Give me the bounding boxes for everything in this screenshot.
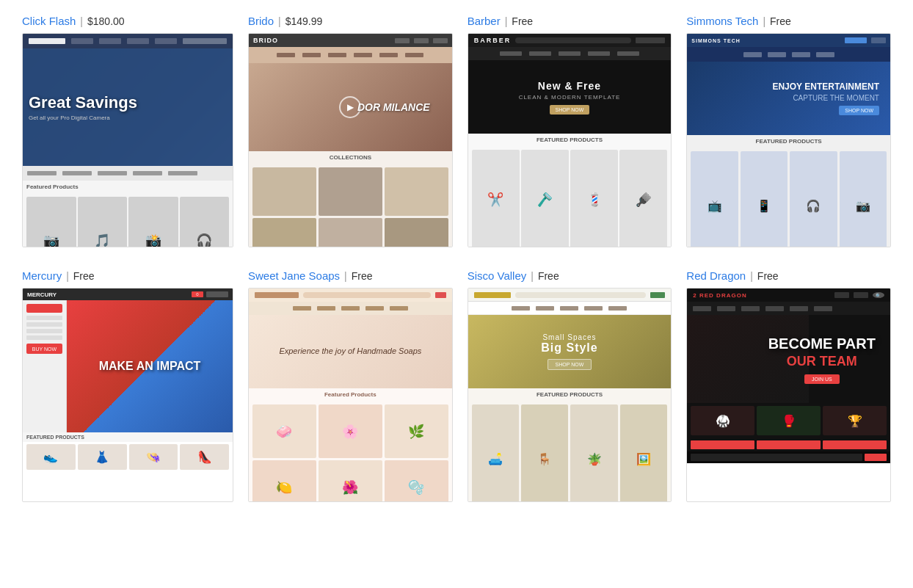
separator-7: | (531, 270, 534, 282)
mercury-products: 👟 👗 👒 👠 (23, 442, 233, 472)
separator-6: | (344, 270, 347, 282)
sj-featured-label: Featured Products (249, 388, 452, 401)
theme-price-simmons: Free (770, 15, 791, 27)
theme-link-barber[interactable]: Barber (468, 15, 501, 27)
theme-link-mercury[interactable]: Mercury (22, 269, 62, 282)
theme-price-reddragon: Free (757, 270, 779, 282)
theme-image-click-flash[interactable]: Great Savings Get all your Pro Digital C… (22, 33, 233, 247)
rd-navbar: 2 RED DRAGON 🔍 (687, 288, 890, 302)
cf-featured-label: Featured Products (23, 181, 233, 193)
barber-hero: New & Free CLEAN & MODERN TEMPLATE SHOP … (468, 60, 672, 134)
card-title-brido: Brido | $149.99 (248, 15, 453, 27)
card-click-flash: Click Flash | $180.00 Great Savings (22, 15, 233, 247)
theme-link-click-flash[interactable]: Click Flash (22, 15, 76, 27)
separator-1: | (80, 15, 83, 27)
card-title-reddragon: Red Dragon | Free (686, 269, 891, 282)
theme-link-reddragon[interactable]: Red Dragon (686, 269, 746, 282)
cf-hero-sub: Get all your Pro Digital Camera (29, 115, 137, 121)
separator-3: | (505, 15, 508, 27)
separator-4: | (763, 15, 765, 27)
rd-newsletter (687, 451, 890, 463)
theme-price-sisco: Free (538, 270, 559, 282)
theme-image-barber[interactable]: BARBER New & Free CLEAN & MODERN TEMPLAT… (468, 33, 672, 247)
sisco-menu (468, 302, 672, 315)
sisco-navbar (468, 288, 672, 302)
card-title-sweetjane: Sweet Jane Soaps | Free (248, 269, 453, 282)
rd-hero: BECOME PART OUR TEAM JOIN US (687, 315, 890, 403)
mercury-topbar: MERCURY 0 (23, 288, 233, 300)
sisco-hero: Small Spaces Big Style SHOP NOW (468, 315, 672, 388)
card-title-mercury: Mercury | Free (22, 269, 233, 282)
barber-navbar: BARBER (468, 34, 672, 47)
separator-5: | (66, 270, 69, 282)
sisco-featured-label: FEATURED PRODUCTS (468, 388, 672, 401)
simmons-featured-label: FEATURED PRODUCTS (687, 135, 890, 148)
brido-navbar: BRIDO (249, 34, 452, 47)
theme-image-simmons[interactable]: SIMMONS TECH ENJOY ENTERTAINMENT CAPTURE… (686, 33, 891, 247)
brido-collections-label: COLLECTIONS (249, 151, 452, 164)
mercury-layout: BUY NOW MAKE AN IMPACT (23, 300, 233, 432)
mercury-featured-label: FEATURED PRODUCTS (23, 432, 233, 442)
themes-grid: Click Flash | $180.00 Great Savings (22, 15, 891, 502)
brido-menu (249, 47, 452, 63)
separator-2: | (278, 15, 281, 27)
theme-image-sisco[interactable]: Small Spaces Big Style SHOP NOW FEATURED… (468, 288, 672, 502)
card-title-sisco: Sisco Valley | Free (468, 269, 672, 282)
card-title-click-flash: Click Flash | $180.00 (22, 15, 233, 27)
brido-hero: DOR MILANCE ▶ (249, 63, 452, 151)
card-title-simmons: Simmons Tech | Free (686, 15, 891, 27)
card-barber: Barber | Free BARBER New & Fr (468, 15, 672, 247)
rd-product-info (687, 438, 890, 451)
theme-image-mercury[interactable]: MERCURY 0 BUY NOW MAKE AN IM (22, 288, 233, 502)
theme-image-reddragon[interactable]: 2 RED DRAGON 🔍 BECOM (686, 288, 891, 502)
theme-link-sisco[interactable]: Sisco Valley (468, 269, 527, 282)
mercury-hero: MAKE AN IMPACT (67, 300, 233, 432)
simmons-products: 📺 📱 🎧 📷 (687, 148, 890, 247)
barber-featured-label: FEATURED PRODUCTS (468, 134, 672, 146)
theme-image-brido[interactable]: BRIDO DOR MILANCE (248, 33, 453, 247)
card-red-dragon: Red Dragon | Free 2 RED DRAGON 🔍 (686, 269, 891, 502)
card-brido: Brido | $149.99 BRIDO (248, 15, 453, 247)
rd-products: 🥋 🥊 🏆 (687, 403, 890, 438)
theme-price-click-flash: $180.00 (87, 15, 125, 27)
sj-navbar (249, 288, 452, 302)
rd-menu (687, 302, 890, 315)
theme-price-mercury: Free (73, 270, 95, 282)
card-simmons-tech: Simmons Tech | Free SIMMONS TECH (686, 15, 891, 247)
theme-price-sweetjane: Free (352, 270, 373, 282)
theme-price-brido: $149.99 (285, 15, 323, 27)
simmons-navbar: SIMMONS TECH (687, 34, 890, 47)
mercury-sidebar: BUY NOW (23, 300, 67, 432)
cf-categories (23, 166, 233, 181)
cf-products: 📷 🎵 📸 🎧 (23, 193, 233, 247)
card-sisco-valley: Sisco Valley | Free Small Sp (468, 269, 672, 502)
barber-categories (468, 47, 672, 60)
simmons-hero: ENJOY ENTERTAINMENT CAPTURE THE MOMENT S… (687, 62, 890, 135)
cf-hero-text: Great Savings (29, 93, 137, 112)
brido-collections (249, 164, 452, 247)
sj-hero: Experience the joy of Handmade Soaps (249, 315, 452, 388)
theme-price-barber: Free (512, 15, 533, 27)
sj-products: 🧼 🌸 🌿 🍋 🌺 🫧 (249, 401, 452, 501)
cf-navbar (23, 34, 233, 48)
theme-link-simmons[interactable]: Simmons Tech (686, 15, 758, 27)
barber-products: ✂️ 🪒 💈 🪮 (468, 146, 672, 247)
theme-image-sweetjane[interactable]: Experience the joy of Handmade Soaps Fea… (248, 288, 453, 502)
sj-menu (249, 302, 452, 315)
card-sweet-jane-soaps: Sweet Jane Soaps | Free Expe (248, 269, 453, 502)
card-title-barber: Barber | Free (468, 15, 672, 27)
cf-hero: Great Savings Get all your Pro Digital C… (23, 48, 233, 166)
theme-link-sweetjane[interactable]: Sweet Jane Soaps (248, 269, 340, 282)
theme-link-brido[interactable]: Brido (248, 15, 274, 27)
sisco-products: 🛋️ 🪑 🪴 🖼️ (468, 401, 672, 501)
separator-8: | (750, 270, 753, 282)
card-mercury: Mercury | Free MERCURY 0 (22, 269, 233, 502)
simmons-menu (687, 47, 890, 62)
